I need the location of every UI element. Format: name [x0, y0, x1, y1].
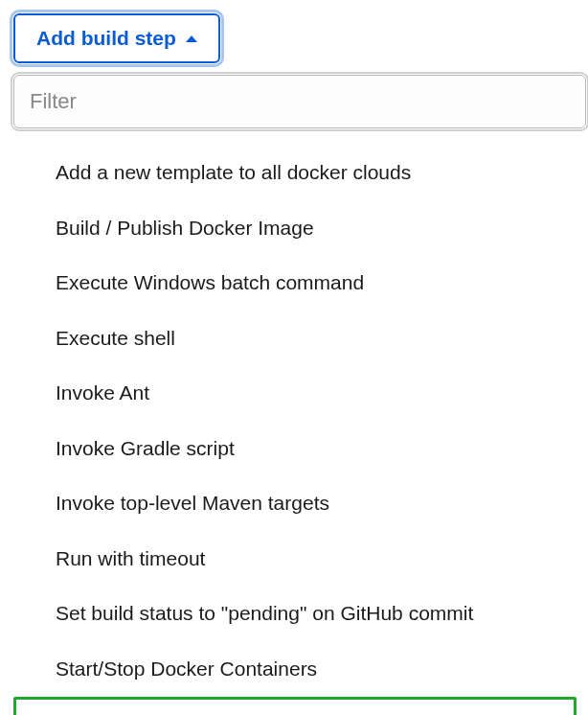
menu-item[interactable]: Execute Windows batch command: [13, 256, 577, 310]
menu-item[interactable]: Invoke Gradle script: [13, 422, 577, 475]
menu-item[interactable]: Set build status to "pending" on GitHub …: [13, 587, 577, 640]
menu-item[interactable]: Run with timeout: [13, 532, 577, 586]
menu-item[interactable]: Build / Publish Docker Image: [13, 201, 577, 255]
add-build-step-label: Add build step: [36, 27, 176, 50]
menu-item[interactable]: Start/Stop Docker Containers: [13, 642, 577, 696]
menu-item[interactable]: Vulnerability scan with jacked: [13, 697, 577, 715]
menu-item[interactable]: Execute shell: [13, 311, 577, 365]
menu-item[interactable]: Invoke Ant: [13, 366, 577, 420]
menu-item[interactable]: Add a new template to all docker clouds: [13, 146, 577, 199]
filter-input[interactable]: [13, 75, 586, 128]
menu-item[interactable]: Invoke top-level Maven targets: [13, 476, 577, 530]
build-step-menu: Add a new template to all docker cloudsB…: [13, 138, 588, 715]
add-build-step-button[interactable]: Add build step: [13, 13, 220, 63]
caret-up-icon: [186, 35, 197, 42]
